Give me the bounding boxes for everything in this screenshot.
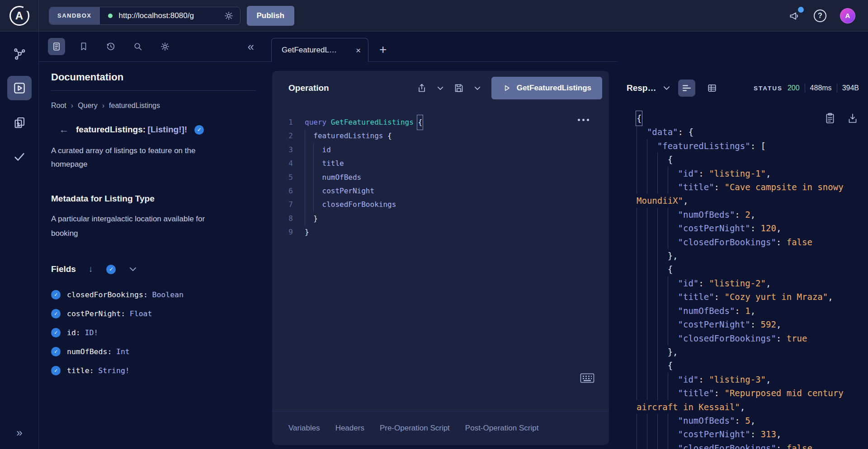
doc-content: Documentation Root › Query › featuredLis… (39, 61, 269, 380)
response-menu-button[interactable] (663, 86, 670, 90)
tab-headers[interactable]: Headers (335, 424, 364, 433)
code-line: 3id (272, 143, 609, 157)
indent-guide (313, 171, 322, 184)
sort-down-icon[interactable]: ↓ (89, 264, 93, 274)
code-token-pun: { (688, 125, 693, 139)
sidebar-item-schema[interactable] (7, 42, 32, 66)
code-line: MoundiiX", (626, 194, 868, 207)
indent-guide (637, 359, 647, 372)
tab-getfeaturedlistings[interactable]: GetFeaturedL… × (271, 38, 368, 62)
keyboard-shortcuts-button[interactable] (580, 373, 594, 385)
code-token-pun: [ (761, 139, 766, 153)
code-line: 9} (272, 225, 609, 239)
help-button[interactable]: ? (814, 9, 826, 22)
field-check-icon[interactable]: ✓ (51, 309, 61, 318)
field-check-icon[interactable]: ✓ (51, 328, 61, 337)
editor-more-options-button[interactable] (578, 119, 589, 121)
tab-history[interactable] (102, 38, 119, 55)
tab-explorer-settings[interactable] (156, 38, 174, 55)
indent-guide (657, 427, 668, 441)
code-line: "numOfBeds": 5, (626, 414, 868, 427)
announcements-button[interactable] (788, 10, 800, 22)
code-line: { (626, 153, 868, 166)
indent-guide (657, 208, 668, 221)
field-row-numofbeds[interactable]: ✓ numOfBeds: Int (51, 342, 256, 361)
endpoint-url-input[interactable]: http://localhost:8080/g (119, 11, 222, 20)
field-row-type[interactable]: String! (98, 366, 130, 375)
response-body[interactable]: {"data": {"featuredListings": [{"id": "l… (626, 105, 868, 449)
view-raw-button[interactable] (678, 80, 695, 97)
field-row-type[interactable]: ID! (85, 328, 98, 337)
code-token-kw: query (305, 116, 331, 129)
share-operation-button[interactable] (416, 83, 427, 94)
field-added-check-icon[interactable]: ✓ (194, 125, 204, 135)
field-row-type[interactable]: Boolean (152, 290, 184, 299)
view-table-button[interactable] (703, 80, 721, 97)
status-divider (805, 84, 805, 93)
graph-icon (13, 47, 26, 61)
close-tab-icon[interactable]: × (356, 46, 361, 55)
code-line: "featuredListings": [ (626, 139, 868, 153)
share-menu-button[interactable] (437, 86, 443, 90)
field-row-type[interactable]: Float (130, 309, 152, 318)
fields-collapse-button[interactable] (129, 267, 137, 271)
sidebar-item-collections[interactable] (7, 110, 32, 135)
user-avatar[interactable]: A (840, 8, 855, 23)
back-arrow-icon[interactable]: ← (59, 124, 69, 135)
expand-rail-button[interactable]: » (0, 426, 39, 439)
collapse-panel-button[interactable]: « (248, 41, 254, 52)
tab-pre-operation-script[interactable]: Pre-Operation Script (380, 424, 450, 433)
field-check-icon[interactable]: ✓ (51, 290, 61, 299)
code-line: "costPerNight": 313, (626, 427, 868, 441)
field-check-icon[interactable]: ✓ (51, 366, 61, 375)
publish-button[interactable]: Publish (247, 6, 294, 26)
field-row-title[interactable]: ✓ title: String! (51, 361, 256, 380)
indent-guide (668, 304, 678, 318)
breadcrumb-query[interactable]: Query (78, 102, 98, 110)
code-line: aircraft in Kessail", (626, 400, 868, 414)
code-token-field: numOfBeds (322, 171, 362, 184)
chevron-down-icon (663, 86, 670, 90)
sidebar-item-checks[interactable] (7, 145, 32, 169)
operation-editor[interactable]: 1query GetFeaturedListings {2featuredLis… (272, 105, 609, 411)
code-line: "id": "listing-2", (626, 276, 868, 290)
field-row-closedforbookings[interactable]: ✓ closedForBookings: Boolean (51, 285, 256, 304)
tab-variables[interactable]: Variables (288, 424, 320, 433)
code-token-num: 1 (745, 304, 750, 318)
code-token-str: "listing-1" (709, 167, 766, 180)
breadcrumb-featured-listings[interactable]: featuredListings (109, 102, 160, 110)
new-tab-button[interactable]: + (379, 42, 387, 57)
field-row-costpernight[interactable]: ✓ costPerNight: Float (51, 304, 256, 323)
field-check-icon[interactable]: ✓ (51, 347, 61, 356)
code-line: "costPerNight": 592, (626, 318, 868, 331)
apollo-logo[interactable]: A (0, 0, 39, 31)
field-type-link[interactable]: [Listing!]! (148, 125, 188, 134)
code-token-key: "data" (647, 125, 678, 139)
response-status: STATUS 200 488ms 394B (754, 84, 859, 93)
copy-response-button[interactable] (825, 112, 835, 124)
indent-guide (637, 318, 647, 331)
field-row-type[interactable]: Int (116, 347, 130, 356)
tab-search[interactable] (129, 38, 146, 55)
breadcrumb-root[interactable]: Root (51, 102, 66, 110)
select-all-fields-check-icon[interactable]: ✓ (106, 265, 116, 274)
tab-documentation[interactable] (48, 38, 65, 55)
field-heading-row: ← featuredListings: [Listing!]! ✓ (51, 124, 256, 135)
field-row-id[interactable]: ✓ id: ID! (51, 323, 256, 342)
code-token-key: "numOfBeds" (678, 208, 735, 221)
indent-guide (657, 276, 668, 290)
sidebar-item-explorer[interactable] (7, 76, 32, 100)
tab-post-operation-script[interactable]: Post-Operation Script (465, 424, 539, 433)
download-response-button[interactable] (847, 112, 858, 124)
save-menu-button[interactable] (474, 86, 481, 90)
endpoint-settings-button[interactable] (222, 11, 240, 21)
response-title: Resp… (627, 83, 656, 93)
run-operation-button[interactable]: GetFeaturedListings (491, 77, 602, 99)
code-token-pun: , (750, 208, 755, 221)
breadcrumb: Root › Query › featuredListings (51, 102, 256, 110)
save-operation-button[interactable] (453, 83, 464, 94)
code-token-pun: : (714, 386, 725, 400)
tab-saved-operations[interactable] (75, 38, 92, 55)
indent-guide (647, 290, 657, 304)
code-token-pun: : (750, 318, 761, 331)
